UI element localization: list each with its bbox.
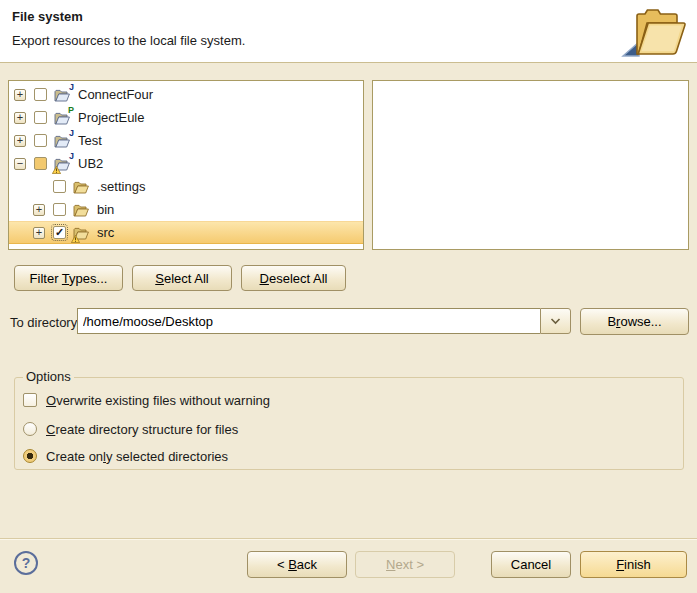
deselect-all-button[interactable]: Deselect All [241, 265, 346, 291]
selection-toolbar: Filter Types... Select All Deselect All [14, 265, 346, 291]
browse-button[interactable]: Browse... [580, 308, 689, 335]
folder-icon: J [54, 155, 73, 172]
tree-checkbox[interactable] [34, 88, 47, 101]
wizard-banner: File system Export resources to the loca… [0, 0, 697, 63]
tree-checkbox[interactable] [53, 180, 66, 193]
page-title: File system [12, 9, 83, 24]
folder-icon [73, 224, 92, 241]
export-folder-icon [617, 2, 689, 60]
tree-row[interactable]: + J Test [9, 129, 363, 152]
dir-structure-radio[interactable] [23, 422, 37, 436]
cancel-button[interactable]: Cancel [491, 551, 571, 578]
destination-input[interactable] [77, 308, 540, 334]
folder-icon: J [54, 132, 73, 149]
options-group: Options Overwrite existing files without… [14, 377, 684, 470]
tree-checkbox[interactable] [53, 203, 66, 216]
project-nature-decorator: P [68, 106, 74, 115]
dir-structure-label: Create directory structure for files [46, 422, 238, 437]
page-subtitle: Export resources to the local file syste… [12, 33, 245, 48]
tree-expander-toggle[interactable]: + [14, 112, 26, 124]
folder-icon: P [54, 109, 73, 126]
only-selected-option-row[interactable]: Create only selected directories [23, 448, 228, 464]
folder-icon: J [54, 86, 73, 103]
filter-types-button[interactable]: Filter Types... [14, 265, 123, 291]
tree-item-label: Test [78, 133, 102, 148]
project-nature-decorator: J [69, 129, 74, 138]
tree-expander-toggle[interactable]: + [14, 89, 26, 101]
folder-icon [73, 178, 92, 195]
help-button[interactable]: ? [14, 551, 38, 575]
back-button[interactable]: < Back [247, 551, 347, 578]
tree-checkbox[interactable] [34, 111, 47, 124]
tree-item-label: ConnectFour [78, 87, 153, 102]
only-selected-radio[interactable] [23, 449, 37, 463]
destination-combo[interactable] [77, 308, 571, 334]
tree-row[interactable]: − J UB2 [9, 152, 363, 175]
project-nature-decorator: J [69, 152, 74, 161]
tree-item-label: src [97, 225, 114, 240]
overwrite-option-row[interactable]: Overwrite existing files without warning [23, 392, 270, 408]
tree-expander-toggle[interactable]: + [33, 227, 45, 239]
combo-dropdown-button[interactable] [540, 308, 571, 334]
options-group-title: Options [23, 369, 74, 384]
tree-row[interactable]: + P ProjectEule [9, 106, 363, 129]
warning-overlay-icon [52, 166, 61, 174]
tree-row[interactable]: + bin [9, 198, 363, 221]
tree-checkbox[interactable] [34, 157, 47, 170]
to-directory-label: To directory: [10, 315, 81, 330]
file-list-panel[interactable] [372, 80, 689, 250]
finish-button[interactable]: Finish [580, 551, 687, 578]
tree-expander-toggle[interactable]: + [33, 204, 45, 216]
chevron-down-icon [550, 318, 561, 325]
tree-checkbox[interactable] [34, 134, 47, 147]
warning-overlay-icon [71, 235, 80, 243]
footer-separator [0, 538, 697, 539]
overwrite-label: Overwrite existing files without warning [46, 393, 270, 408]
tree-item-label: UB2 [78, 156, 103, 171]
dir-structure-option-row[interactable]: Create directory structure for files [23, 421, 238, 437]
tree-checkbox[interactable] [53, 226, 66, 239]
tree-expander-toggle[interactable]: + [14, 135, 26, 147]
tree-item-label: ProjectEule [78, 110, 144, 125]
tree-item-label: .settings [97, 179, 145, 194]
resource-tree[interactable]: + J ConnectFour + [8, 80, 364, 250]
next-button[interactable]: Next > [355, 551, 455, 578]
tree-item-label: bin [97, 202, 114, 217]
tree-row[interactable]: + J ConnectFour [9, 83, 363, 106]
tree-row[interactable]: .settings [9, 175, 363, 198]
folder-icon [73, 201, 92, 218]
project-nature-decorator: J [69, 83, 74, 92]
only-selected-label: Create only selected directories [46, 449, 228, 464]
tree-expander-toggle[interactable]: − [14, 158, 26, 170]
overwrite-checkbox[interactable] [23, 393, 37, 407]
tree-row[interactable]: + src [9, 221, 363, 244]
select-all-button[interactable]: Select All [132, 265, 232, 291]
